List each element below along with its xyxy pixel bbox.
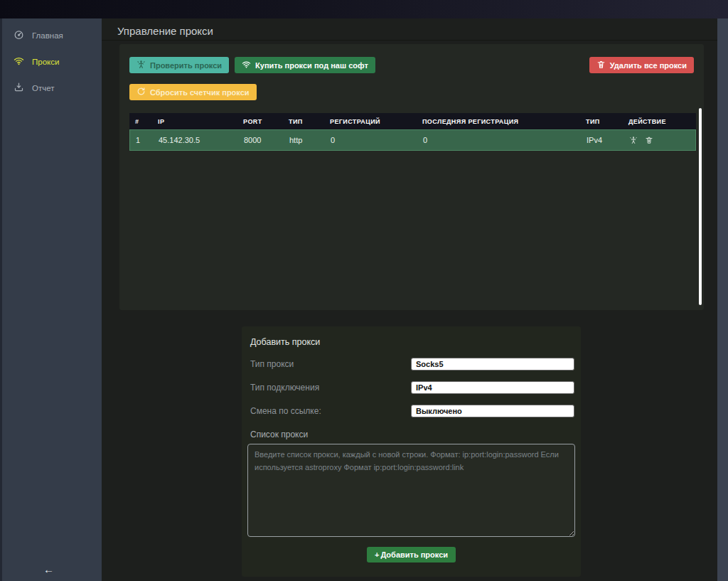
cell-port: 8000: [241, 136, 287, 144]
buy-proxies-button[interactable]: Купить прокси под наш софт: [235, 57, 375, 73]
sidebar-item-proxies[interactable]: Прокси: [2, 50, 102, 73]
reset-proxy-counter-label: Сбросить счетчик прокси: [150, 88, 250, 97]
proxy-type-row: Тип прокси: [242, 358, 581, 371]
main-content: Управление прокси Проверить прокси: [102, 18, 717, 581]
proxy-management-panel: Проверить прокси Купить прокси под наш с…: [119, 44, 704, 310]
cell-ip: 45.142.30.5: [156, 136, 241, 144]
sidebar-item-home[interactable]: Главная: [2, 24, 102, 46]
column-header-type: ТИП: [286, 118, 327, 125]
download-icon: [14, 82, 24, 94]
column-header-ip: IP: [155, 118, 240, 125]
plus-icon: +: [375, 550, 379, 559]
add-proxy-button[interactable]: + Добавить прокси: [367, 547, 456, 563]
cell-num: 1: [130, 136, 156, 144]
check-proxy-action-icon[interactable]: [629, 136, 638, 144]
dashboard-icon: [14, 29, 24, 41]
sidebar-collapse-arrow-icon[interactable]: ←: [43, 563, 54, 575]
column-header-registrations: РЕГИСТРАЦИЙ: [327, 118, 419, 125]
connection-type-row: Тип подключения: [242, 381, 581, 394]
column-header-port: PORT: [240, 118, 286, 125]
column-header-action: ДЕЙСТВИЕ: [626, 118, 696, 125]
add-proxy-panel: Добавить прокси Тип прокси Тип подключен…: [242, 326, 581, 577]
rotate-by-link-label: Смена по ссылке:: [250, 406, 321, 416]
sidebar-item-label: Отчет: [32, 84, 55, 92]
sidebar-item-label: Главная: [32, 31, 63, 40]
check-proxies-button[interactable]: Проверить прокси: [129, 57, 229, 73]
column-header-conn-type: ТИП: [583, 118, 626, 125]
proxy-list-textarea[interactable]: [247, 444, 575, 537]
proxy-type-select[interactable]: [411, 358, 574, 371]
top-navy-bar: [0, 0, 728, 18]
column-header-last-registration: ПОСЛЕДНЯЯ РЕГИСТРАЦИЯ: [419, 118, 583, 125]
add-proxy-title: Добавить прокси: [242, 326, 581, 347]
sidebar: Главная Прокси Отчет ←: [0, 18, 102, 581]
cell-last-registration: 0: [420, 136, 584, 144]
delete-proxy-action-icon[interactable]: [645, 136, 653, 144]
delete-all-proxies-label: Удалить все прокси: [610, 61, 687, 70]
proxy-table: # IP PORT ТИП РЕГИСТРАЦИЙ ПОСЛЕДНЯЯ РЕГИ…: [129, 113, 696, 151]
connection-type-select[interactable]: [411, 381, 574, 394]
reset-proxy-counter-button[interactable]: Сбросить счетчик прокси: [129, 84, 257, 100]
sidebar-item-label: Прокси: [32, 58, 59, 66]
proxy-list-label: Список прокси: [242, 430, 581, 439]
cell-conn-type: IPv4: [584, 136, 626, 144]
buy-proxies-label: Купить прокси под наш софт: [255, 61, 368, 70]
rotate-by-link-select[interactable]: [411, 405, 574, 417]
person-check-icon: [136, 60, 146, 70]
column-header-num: #: [129, 118, 155, 125]
cell-type: http: [287, 136, 328, 144]
cell-registrations: 0: [328, 136, 420, 144]
wifi-icon: [14, 55, 24, 68]
cell-actions: [626, 136, 695, 144]
connection-type-label: Тип подключения: [250, 383, 319, 393]
proxy-table-header: # IP PORT ТИП РЕГИСТРАЦИЙ ПОСЛЕДНЯЯ РЕГИ…: [129, 113, 696, 129]
refresh-icon: [136, 87, 146, 97]
right-gutter: [717, 18, 728, 581]
add-proxy-label: Добавить прокси: [380, 550, 448, 559]
page-title: Управление прокси: [102, 18, 717, 41]
trash-icon: [596, 60, 606, 70]
table-row: 1 45.142.30.5 8000 http 0 0 IPv4: [129, 129, 696, 151]
delete-all-proxies-button[interactable]: Удалить все прокси: [589, 57, 694, 73]
proxy-type-label: Тип прокси: [250, 359, 294, 369]
check-proxies-label: Проверить прокси: [150, 61, 222, 70]
table-scrollbar[interactable]: [699, 108, 702, 305]
sidebar-item-report[interactable]: Отчет: [2, 77, 102, 99]
toolbar: Проверить прокси Купить прокси под наш с…: [129, 57, 694, 73]
wifi-icon: [242, 60, 251, 70]
rotate-by-link-row: Смена по ссылке:: [242, 405, 581, 417]
